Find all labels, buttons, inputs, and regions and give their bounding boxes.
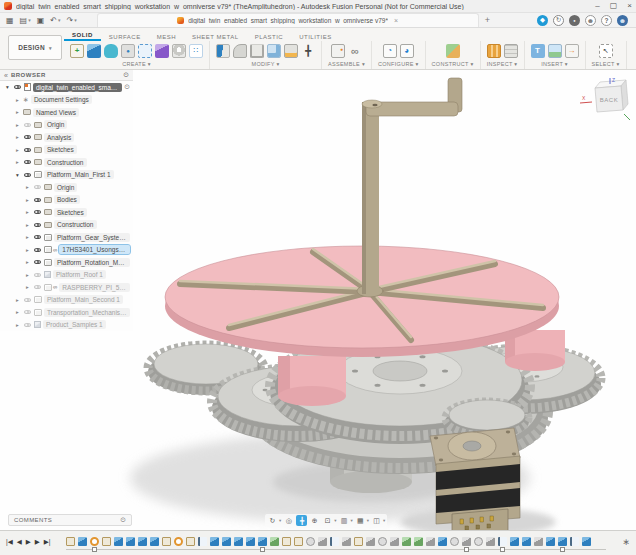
browser-tree-item[interactable]: ▸Origin bbox=[0, 119, 133, 132]
timeline-feature-orange-circle[interactable] bbox=[174, 537, 183, 546]
go-to-start-button[interactable]: |◀ bbox=[6, 538, 13, 546]
timeline-feature-blue-flag[interactable] bbox=[498, 537, 507, 546]
timeline-feature-tan-sketch[interactable] bbox=[294, 537, 303, 546]
timeline-feature-blue-solid[interactable] bbox=[210, 537, 219, 546]
form-icon[interactable] bbox=[104, 44, 118, 58]
browser-tree-item[interactable]: ▸Origin bbox=[0, 181, 133, 194]
expand-arrow-icon[interactable]: ▸ bbox=[14, 147, 21, 153]
timeline-feature-gray-link[interactable] bbox=[474, 537, 483, 546]
job-status-icon[interactable]: ↻ bbox=[553, 15, 564, 26]
ribbon-tab-surface[interactable]: SURFACE bbox=[101, 32, 149, 41]
browser-tree-item[interactable]: ▾Platform_Main_First 1 bbox=[0, 169, 133, 182]
browser-tree-item[interactable]: ▸Platform_Main_Second 1 bbox=[0, 294, 133, 307]
browser-header[interactable]: « BROWSER ⊙ bbox=[0, 70, 133, 81]
visibility-eye-icon[interactable] bbox=[33, 195, 42, 204]
timeline-settings-gear-icon[interactable]: ∗ bbox=[622, 537, 630, 547]
expand-arrow-icon[interactable]: ▸ bbox=[14, 134, 21, 140]
notifications-icon[interactable]: ● bbox=[569, 15, 580, 26]
box-icon[interactable] bbox=[155, 44, 169, 58]
timeline-feature-gray-link[interactable] bbox=[306, 537, 315, 546]
visibility-eye-icon[interactable] bbox=[23, 120, 32, 129]
timeline-feature-blue-solid[interactable] bbox=[582, 537, 591, 546]
pan-tool[interactable]: ╋ bbox=[296, 515, 307, 526]
browser-tree-item[interactable]: ▸Analysis bbox=[0, 131, 133, 144]
pattern-icon[interactable] bbox=[189, 44, 203, 58]
step-forward-button[interactable]: ▶ bbox=[35, 538, 40, 546]
timeline-feature-blue-flag[interactable] bbox=[570, 537, 579, 546]
save-icon[interactable]: ▣ bbox=[37, 16, 45, 25]
browser-tree-item[interactable]: ▸Construction bbox=[0, 156, 133, 169]
play-button[interactable]: ▶ bbox=[26, 538, 31, 546]
collaboration-icon[interactable]: ☻ bbox=[585, 15, 596, 26]
expand-arrow-icon[interactable]: ▸ bbox=[14, 109, 21, 115]
timeline-feature-orange-circle[interactable] bbox=[90, 537, 99, 546]
close-tab-icon[interactable]: × bbox=[394, 17, 398, 24]
visibility-eye-icon[interactable] bbox=[23, 145, 32, 154]
timeline-group-marker[interactable] bbox=[500, 547, 505, 552]
pan-icon[interactable]: ╋ bbox=[296, 515, 307, 526]
timeline-feature-gray-joint[interactable] bbox=[426, 537, 435, 546]
timeline-feature-green-comp[interactable] bbox=[270, 537, 279, 546]
shell-icon[interactable] bbox=[250, 44, 264, 58]
extensions-icon[interactable]: ◆ bbox=[537, 15, 548, 26]
timeline-feature-tan-sketch[interactable] bbox=[102, 537, 111, 546]
timeline-feature-blue-solid[interactable] bbox=[258, 537, 267, 546]
expand-arrow-icon[interactable]: ▸ bbox=[14, 122, 21, 128]
browser-tree-item[interactable]: ▸Transportation_Mechanism 1 bbox=[0, 306, 133, 319]
browser-tree-item[interactable]: ▸∞RASPBERRY_PI_5 v1 1 bbox=[0, 281, 133, 294]
visibility-eye-icon[interactable] bbox=[33, 183, 42, 192]
select-dropdown[interactable]: SELECT ▾ bbox=[592, 61, 620, 67]
ribbon-tab-mesh[interactable]: MESH bbox=[149, 32, 184, 41]
visibility-eye-icon[interactable] bbox=[33, 233, 42, 242]
collapse-panel-icon[interactable]: « bbox=[4, 72, 8, 79]
combine-icon[interactable] bbox=[267, 44, 281, 58]
profile-icon[interactable]: ☻ bbox=[617, 15, 628, 26]
visibility-eye-icon[interactable] bbox=[23, 170, 32, 179]
timeline-feature-gray-joint[interactable] bbox=[366, 537, 375, 546]
timeline-feature-tan-sketch[interactable] bbox=[186, 537, 195, 546]
insert-derive-icon[interactable] bbox=[531, 44, 545, 58]
timeline-feature-tan-sketch[interactable] bbox=[354, 537, 363, 546]
assemble-dropdown[interactable]: ASSEMBLE ▾ bbox=[328, 61, 365, 67]
browser-tree-item[interactable]: ▸∗Document Settings bbox=[0, 94, 133, 107]
expand-arrow-icon[interactable]: ▸ bbox=[14, 322, 21, 328]
timeline-feature-tan-sketch[interactable] bbox=[282, 537, 291, 546]
timeline-feature-tan-sketch[interactable] bbox=[66, 537, 75, 546]
visibility-eye-icon[interactable] bbox=[13, 83, 22, 92]
joint-icon[interactable] bbox=[348, 44, 362, 58]
configuration-icon[interactable] bbox=[383, 44, 397, 58]
modify-dropdown[interactable]: MODIFY ▾ bbox=[252, 61, 280, 67]
timeline-feature-blue-solid[interactable] bbox=[234, 537, 243, 546]
visibility-eye-icon[interactable] bbox=[23, 133, 32, 142]
timeline-feature-green-comp[interactable] bbox=[402, 537, 411, 546]
help-icon[interactable]: ? bbox=[601, 15, 612, 26]
create-dropdown[interactable]: CREATE ▾ bbox=[122, 61, 151, 67]
move-icon[interactable] bbox=[301, 44, 315, 58]
insert-dropdown[interactable]: INSERT ▾ bbox=[541, 61, 568, 67]
hole-icon[interactable] bbox=[172, 44, 186, 58]
redo-icon[interactable]: ↷▾ bbox=[66, 16, 76, 25]
browser-tree-item[interactable]: ▸Platform_Rotation_Mechanism 1 bbox=[0, 256, 133, 269]
timeline-feature-blue-solid[interactable] bbox=[246, 537, 255, 546]
ribbon-tab-utilities[interactable]: UTILITIES bbox=[291, 32, 340, 41]
plane-icon[interactable] bbox=[446, 44, 460, 58]
browser-tree-item[interactable]: ▸Sketches bbox=[0, 144, 133, 157]
fit-icon[interactable]: ⊡ bbox=[322, 515, 333, 526]
timeline-feature-blue-solid[interactable] bbox=[114, 537, 123, 546]
timeline-feature-gray-joint[interactable] bbox=[486, 537, 495, 546]
timeline-feature-gray-joint[interactable] bbox=[342, 537, 351, 546]
measure-icon[interactable] bbox=[487, 44, 501, 58]
timeline-feature-blue-solid[interactable] bbox=[438, 537, 447, 546]
extrude-icon[interactable] bbox=[87, 44, 101, 58]
fillet-icon[interactable] bbox=[233, 44, 247, 58]
browser-options-icon[interactable]: ⊙ bbox=[123, 71, 129, 79]
timeline-group-marker[interactable] bbox=[92, 547, 97, 552]
timeline-feature-blue-solid[interactable] bbox=[78, 537, 87, 546]
inspect-dropdown[interactable]: INSPECT ▾ bbox=[487, 61, 518, 67]
browser-tree-item[interactable]: ▾digital_twin_enabled_smart_s...⊙ bbox=[0, 81, 133, 94]
browser-tree-item[interactable]: ▸Platform_Roof 1 bbox=[0, 269, 133, 282]
new-component-icon[interactable] bbox=[331, 44, 345, 58]
expand-arrow-icon[interactable]: ▸ bbox=[24, 259, 31, 265]
orbit-tool[interactable]: ↻▾ bbox=[267, 515, 281, 526]
collapse-arrow-icon[interactable]: ▾ bbox=[4, 84, 11, 90]
